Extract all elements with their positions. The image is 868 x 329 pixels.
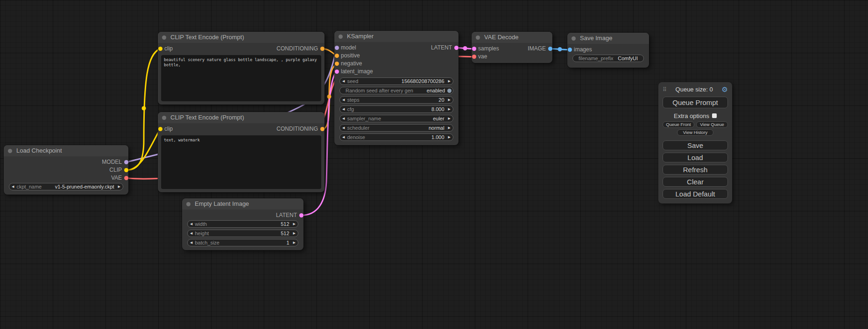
decrement-icon[interactable]: ◀ <box>340 126 347 130</box>
output-label-clip: CLIP <box>109 166 122 174</box>
input-port-negative[interactable] <box>335 62 339 66</box>
output-port-conditioning[interactable] <box>320 47 325 51</box>
output-port-latent[interactable] <box>454 46 459 50</box>
node-save-image[interactable]: Save Image images filename_prefix ComfyU… <box>567 33 649 68</box>
node-title-bar[interactable]: CLIP Text Encode (Prompt) <box>158 112 325 123</box>
increment-icon[interactable]: ▶ <box>446 117 453 120</box>
save-button[interactable]: Save <box>663 140 728 150</box>
random-seed-toggle-widget[interactable]: Random seed after every gen enabled <box>339 87 453 94</box>
input-port-positive[interactable] <box>335 54 339 58</box>
load-button[interactable]: Load <box>663 153 728 162</box>
node-title-bar[interactable]: Save Image <box>567 33 649 44</box>
collapse-dot-icon[interactable] <box>162 116 166 120</box>
node-graph-canvas[interactable]: Load Checkpoint MODEL CLIP VAE ◀ ckpt_na… <box>0 0 868 329</box>
collapse-dot-icon[interactable] <box>8 149 12 153</box>
widget-label: scheduler <box>347 125 429 131</box>
node-title-bar[interactable]: CLIP Text Encode (Prompt) <box>158 32 325 43</box>
input-port-clip[interactable] <box>158 127 162 131</box>
increment-icon[interactable]: ▶ <box>446 135 453 139</box>
seed-widget[interactable]: ◀ seed 156680208700286 ▶ <box>339 77 453 85</box>
width-widget[interactable]: ◀ width 512 ▶ <box>187 220 298 228</box>
widget-value: 1 <box>286 240 289 245</box>
widget-value: 512 <box>281 221 289 227</box>
input-label-clip: clip <box>164 45 173 53</box>
input-port-clip[interactable] <box>158 47 162 51</box>
node-title-bar[interactable]: KSampler <box>334 31 459 42</box>
collapse-dot-icon[interactable] <box>186 202 191 206</box>
prompt-textarea[interactable]: text, watermark <box>161 135 321 189</box>
output-port-conditioning[interactable] <box>320 127 325 131</box>
view-history-button[interactable]: View History <box>677 129 713 136</box>
settings-gear-icon[interactable]: ⚙ <box>722 85 728 94</box>
input-port-latent-image[interactable] <box>335 70 339 74</box>
output-port-vae[interactable] <box>124 176 128 180</box>
output-port-model[interactable] <box>124 160 128 164</box>
view-queue-button[interactable]: View Queue <box>696 121 728 128</box>
increment-icon[interactable]: ▶ <box>446 79 453 83</box>
input-port-vae[interactable] <box>472 55 476 59</box>
load-default-button[interactable]: Load Default <box>663 189 728 199</box>
increment-icon[interactable]: ▶ <box>446 107 453 111</box>
sampler-name-widget[interactable]: ◀ sampler_name euler ▶ <box>339 115 453 122</box>
ckpt-name-widget[interactable]: ◀ ckpt_name v1-5-pruned-emaonly.ckpt ▶ <box>9 183 123 190</box>
decrement-icon[interactable]: ◀ <box>188 222 195 226</box>
denoise-widget[interactable]: ◀ denoise 1.000 ▶ <box>339 133 453 141</box>
decrement-icon[interactable]: ◀ <box>188 241 195 245</box>
input-port-model[interactable] <box>335 46 339 50</box>
cfg-widget[interactable]: ◀ cfg 8.000 ▶ <box>339 105 453 113</box>
queue-size-label: Queue size: 0 <box>667 86 722 93</box>
widget-label: height <box>195 231 281 236</box>
batch-size-widget[interactable]: ◀ batch_size 1 ▶ <box>187 239 298 246</box>
decrement-icon[interactable]: ◀ <box>340 98 347 102</box>
prompt-textarea[interactable]: beautiful scenery nature glass bottle la… <box>161 55 321 101</box>
node-clip-text-encode-positive[interactable]: CLIP Text Encode (Prompt) clip CONDITION… <box>158 32 325 105</box>
collapse-dot-icon[interactable] <box>162 35 166 40</box>
input-label-vae: vae <box>478 53 487 61</box>
input-port-samples[interactable] <box>472 47 476 51</box>
output-port-image[interactable] <box>548 47 552 51</box>
queue-prompt-button[interactable]: Queue Prompt <box>663 97 728 108</box>
collapse-dot-icon[interactable] <box>476 35 480 40</box>
input-label-model: model <box>341 44 356 52</box>
output-port-clip[interactable] <box>124 168 128 172</box>
steps-widget[interactable]: ◀ steps 20 ▶ <box>339 96 453 104</box>
increment-icon[interactable]: ▶ <box>446 126 453 130</box>
refresh-button[interactable]: Refresh <box>663 165 728 175</box>
collapse-dot-icon[interactable] <box>339 35 343 39</box>
output-label-latent: LATENT <box>431 44 452 52</box>
decrement-icon[interactable]: ◀ <box>188 231 195 235</box>
queue-front-button[interactable]: Queue Front <box>663 121 694 128</box>
output-port-latent[interactable] <box>299 213 303 217</box>
height-widget[interactable]: ◀ height 512 ▶ <box>187 230 298 237</box>
node-load-checkpoint[interactable]: Load Checkpoint MODEL CLIP VAE ◀ ckpt_na… <box>4 145 128 195</box>
filename-prefix-widget[interactable]: filename_prefix ComfyUI <box>572 55 644 62</box>
node-empty-latent-image[interactable]: Empty Latent Image LATENT ◀ width 512 ▶ … <box>182 198 303 250</box>
node-title: CLIP Text Encode (Prompt) <box>170 34 244 41</box>
node-vae-decode[interactable]: VAE Decode samples IMAGE vae <box>472 32 552 63</box>
clear-button[interactable]: Clear <box>663 177 728 187</box>
scheduler-widget[interactable]: ◀ scheduler normal ▶ <box>339 124 453 132</box>
input-port-images[interactable] <box>568 48 572 52</box>
drag-handle-icon[interactable]: ⠿ <box>663 86 667 93</box>
node-ksampler[interactable]: KSampler model LATENT positive negative … <box>334 31 459 145</box>
node-clip-text-encode-negative[interactable]: CLIP Text Encode (Prompt) clip CONDITION… <box>158 112 325 192</box>
decrement-icon[interactable]: ◀ <box>340 79 347 83</box>
decrement-icon[interactable]: ◀ <box>9 185 16 189</box>
increment-icon[interactable]: ▶ <box>291 241 298 245</box>
widget-value: euler <box>433 116 444 121</box>
increment-icon[interactable]: ▶ <box>446 98 453 102</box>
widget-label: Random seed after every gen <box>346 88 427 93</box>
increment-icon[interactable]: ▶ <box>291 231 298 235</box>
decrement-icon[interactable]: ◀ <box>340 117 347 120</box>
node-title: CLIP Text Encode (Prompt) <box>170 114 244 121</box>
node-title-bar[interactable]: Load Checkpoint <box>4 145 128 156</box>
node-title-bar[interactable]: VAE Decode <box>472 32 552 43</box>
node-title-bar[interactable]: Empty Latent Image <box>182 198 303 210</box>
decrement-icon[interactable]: ◀ <box>340 135 347 139</box>
increment-icon[interactable]: ▶ <box>116 185 123 189</box>
collapse-dot-icon[interactable] <box>572 36 576 41</box>
decrement-icon[interactable]: ◀ <box>340 107 347 111</box>
node-title: Save Image <box>580 35 612 42</box>
extra-options-checkbox[interactable] <box>712 113 717 118</box>
increment-icon[interactable]: ▶ <box>291 222 298 226</box>
